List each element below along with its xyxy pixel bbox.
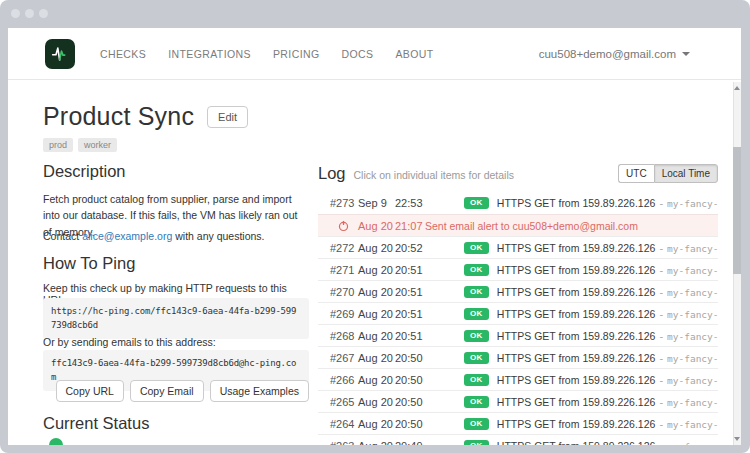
timezone-button-local-time[interactable]: Local Time [654,164,718,183]
log-row-number: #265 [330,396,358,408]
log-row-number: #263 [330,440,358,446]
log-heading: Log [318,164,346,183]
log-row[interactable]: #268 Aug 20 20:51 OK HTTPS GET from 159.… [318,324,718,346]
window-dot [11,9,20,18]
log-row-slug: my-fancy-sy… [667,441,718,446]
log-row-date: Aug 20 [358,286,395,298]
log-row-number: #264 [330,418,358,430]
scrollbar-up-icon[interactable] [734,86,740,90]
log-row-date: Aug 20 [358,308,395,320]
log-row-number: #273 [330,197,358,209]
ok-badge: OK [464,286,489,298]
description-heading: Description [43,162,126,181]
log-row-event: HTTPS GET from 159.89.226.126 [497,264,656,276]
ping-url-code[interactable]: https://hc-ping.com/ffc143c9-6aea-44fa-b… [43,298,309,339]
log-row-time: 20:51 [395,286,440,298]
scrollbar-down-icon[interactable] [734,437,740,441]
log-table: #273 Sep 9 22:53 OK HTTPS GET from 159.8… [318,192,718,445]
log-row[interactable]: #272 Aug 20 20:52 OK HTTPS GET from 159.… [318,236,718,258]
browser-frame: CHECKSINTEGRATIONSPRICINGDOCSABOUT cuu50… [0,0,750,453]
ok-badge: OK [464,374,489,386]
log-column: Log Click on individual items for detail… [318,28,718,445]
log-row-slug: my-fancy-sy… [667,353,718,364]
timezone-button-utc[interactable]: UTC [618,164,654,183]
log-row-time: 22:53 [395,197,440,209]
scrollbar-thumb[interactable] [733,147,741,274]
log-row-separator: - [659,330,663,342]
ok-badge: OK [464,308,489,320]
log-row[interactable]: #270 Aug 20 20:51 OK HTTPS GET from 159.… [318,280,718,302]
log-row[interactable]: #267 Aug 20 20:50 OK HTTPS GET from 159.… [318,346,718,368]
log-row-date: Aug 20 [358,418,395,430]
log-row-date: Aug 20 [358,242,395,254]
log-row[interactable]: #271 Aug 20 20:51 OK HTTPS GET from 159.… [318,258,718,280]
copy-email-button[interactable]: Copy Email [130,380,204,402]
log-row[interactable]: #266 Aug 20 20:50 OK HTTPS GET from 159.… [318,368,718,390]
window-dot [39,9,48,18]
ok-badge: OK [464,352,489,364]
log-row-time: 20:50 [395,418,440,430]
log-row-time: 20:50 [395,374,440,386]
log-row-event: HTTPS GET from 159.89.226.126 [497,418,656,430]
copy-url-button[interactable]: Copy URL [56,380,124,402]
log-row-separator: - [659,242,663,254]
contact-line: Contactalice@example.orgwith any questio… [43,230,309,242]
log-row-slug: my-fancy-sy… [667,287,718,298]
ok-badge: OK [464,440,489,446]
log-row-alert[interactable]: Aug 20 21:07 Sent email alert to cuu508+… [318,214,718,236]
log-row-slug: my-fancy-sy… [667,397,718,408]
log-row-date: Aug 20 [358,396,395,408]
log-row-message: Sent email alert to cuu508+demo@gmail.co… [425,220,638,232]
log-row-date: Aug 20 [358,264,395,276]
log-row-separator: - [659,308,663,320]
log-row-slug: my-fancy-sy… [667,243,718,254]
copy-buttons-row: Copy URLCopy EmailUsage Examples [43,380,309,402]
current-status-heading: Current Status [43,414,149,433]
log-row-slug: my-fancy-sy… [667,198,718,209]
log-row[interactable]: #265 Aug 20 20:50 OK HTTPS GET from 159.… [318,390,718,412]
log-row-separator: - [659,374,663,386]
log-row-event: HTTPS GET from 159.89.226.126 [497,330,656,342]
log-row-slug: my-fancy-sy… [667,331,718,342]
timezone-toggle: UTCLocal Time [618,164,718,183]
log-row-event: HTTPS GET from 159.89.226.126 [497,308,656,320]
log-row-time: 20:51 [395,308,440,320]
ok-badge: OK [464,242,489,254]
log-row-separator: - [659,286,663,298]
ok-badge: OK [464,418,489,430]
log-row-time: 20:50 [395,352,440,364]
page-title: Product Sync [43,102,194,131]
log-row-time: 20:49 [395,440,440,446]
edit-button[interactable]: Edit [207,106,248,128]
log-row-slug: my-fancy-sy… [667,265,718,276]
tag-badge: prod [43,138,73,152]
log-row-separator: - [659,264,663,276]
log-row-number: #267 [330,352,358,364]
log-row-number: #266 [330,374,358,386]
alert-icon [338,220,349,232]
log-row[interactable]: #269 Aug 20 20:51 OK HTTPS GET from 159.… [318,302,718,324]
scrollbar-track[interactable] [733,82,741,445]
log-row-number: #268 [330,330,358,342]
log-row-event: HTTPS GET from 159.89.226.126 [497,440,656,446]
log-row-slug: my-fancy-sy… [667,375,718,386]
log-row-time: 20:52 [395,242,440,254]
tags-row: prodworker [43,138,117,152]
log-row[interactable]: #273 Sep 9 22:53 OK HTTPS GET from 159.8… [318,192,718,214]
log-row[interactable]: #264 Aug 20 20:50 OK HTTPS GET from 159.… [318,412,718,434]
log-row-event: HTTPS GET from 159.89.226.126 [497,197,656,209]
ok-badge: OK [464,330,489,342]
log-row[interactable]: #263 Aug 20 20:49 OK HTTPS GET from 159.… [318,434,718,445]
log-row-event: HTTPS GET from 159.89.226.126 [497,286,656,298]
log-row-time: 20:51 [395,264,440,276]
page-viewport: CHECKSINTEGRATIONSPRICINGDOCSABOUT cuu50… [8,28,741,445]
usage-examples-button[interactable]: Usage Examples [210,380,309,402]
contact-email-link[interactable]: alice@example.org [82,230,172,242]
log-row-separator: - [659,418,663,430]
log-row-date: Aug 20 [358,440,395,446]
log-row-event: HTTPS GET from 159.89.226.126 [497,352,656,364]
how-to-ping-heading: How To Ping [43,254,135,273]
log-row-separator: - [659,440,663,446]
ping-email-instruction: Or by sending emails to this address: [43,336,309,348]
log-subheading: Click on individual items for details [354,169,514,181]
